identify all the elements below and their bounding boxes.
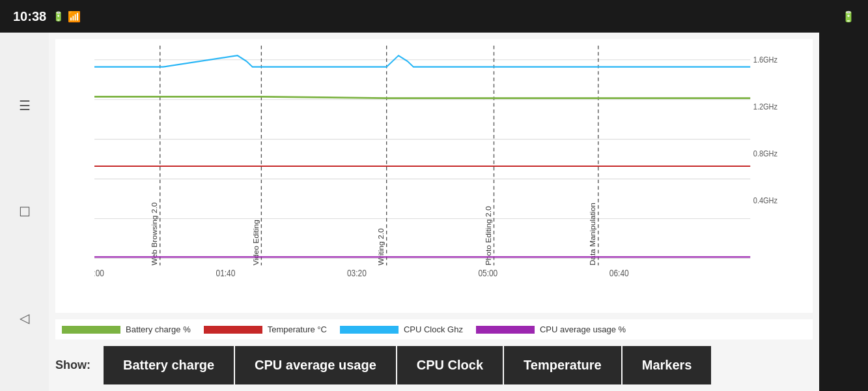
svg-text:06:40: 06:40	[609, 268, 629, 278]
svg-text:Writing 2.0: Writing 2.0	[378, 228, 385, 265]
svg-text:0.8GHz: 0.8GHz	[753, 149, 777, 158]
status-time: 10:38	[13, 9, 46, 24]
cpu-clock-btn[interactable]: CPU Clock	[397, 346, 503, 384]
legend-item-cpu-avg: CPU average usage %	[476, 325, 626, 334]
chart-svg: 100 80 60 40 20 1.6GHz 1.2GHz 0.8GHz 0.4…	[94, 46, 780, 287]
show-bar: Show: Battery charge CPU average usage C…	[49, 340, 819, 391]
cpu-average-usage-btn[interactable]: CPU average usage	[235, 346, 396, 384]
show-label: Show:	[55, 358, 91, 372]
legend-label-cpu-clock: CPU Clock Ghz	[404, 325, 463, 334]
legend-bar: Battery charge % Temperature °C CPU Cloc…	[55, 319, 813, 340]
svg-text:03:20: 03:20	[347, 268, 367, 278]
sidebar: ☰ ☐ ◁	[0, 33, 49, 391]
svg-text:Data Manipulation: Data Manipulation	[589, 203, 596, 265]
legend-color-temperature	[204, 326, 262, 334]
legend-item-cpu-clock: CPU Clock Ghz	[340, 325, 463, 334]
svg-text:Web Browsing 2.0: Web Browsing 2.0	[151, 203, 158, 266]
legend-color-cpu-avg	[476, 326, 535, 334]
chart-container: 100 80 60 40 20 1.6GHz 1.2GHz 0.8GHz 0.4…	[55, 39, 813, 313]
svg-text:1.2GHz: 1.2GHz	[753, 102, 777, 111]
legend-color-cpu-clock	[340, 326, 399, 334]
markers-btn[interactable]: Markers	[623, 346, 712, 384]
battery-charge-btn[interactable]: Battery charge	[104, 346, 234, 384]
checkbox-icon[interactable]: ☐	[19, 204, 31, 220]
legend-item-temperature: Temperature °C	[204, 325, 327, 334]
wifi-icon: 📶	[68, 10, 81, 23]
status-bar: 10:38 🔋 📶 🔋	[0, 0, 868, 33]
svg-text:00:00: 00:00	[94, 268, 104, 278]
main-content: 100 80 60 40 20 1.6GHz 1.2GHz 0.8GHz 0.4…	[49, 33, 819, 391]
svg-text:1.6GHz: 1.6GHz	[753, 55, 777, 65]
svg-text:01:40: 01:40	[216, 268, 236, 278]
battery-status-icon: 🔋	[53, 11, 64, 22]
battery-full-icon: 🔋	[842, 10, 855, 23]
legend-label-cpu-avg: CPU average usage %	[540, 325, 626, 334]
legend-item-battery: Battery charge %	[62, 325, 191, 334]
temperature-btn[interactable]: Temperature	[504, 346, 621, 384]
svg-text:Video Editing: Video Editing	[253, 220, 260, 265]
svg-text:0.4GHz: 0.4GHz	[753, 195, 777, 205]
legend-color-battery	[62, 326, 120, 334]
menu-icon[interactable]: ☰	[19, 98, 31, 113]
status-icons: 🔋 📶	[53, 10, 81, 23]
svg-text:05:00: 05:00	[478, 268, 497, 278]
back-icon[interactable]: ◁	[20, 310, 29, 326]
legend-label-temperature: Temperature °C	[268, 325, 327, 334]
legend-label-battery: Battery charge %	[126, 325, 191, 334]
